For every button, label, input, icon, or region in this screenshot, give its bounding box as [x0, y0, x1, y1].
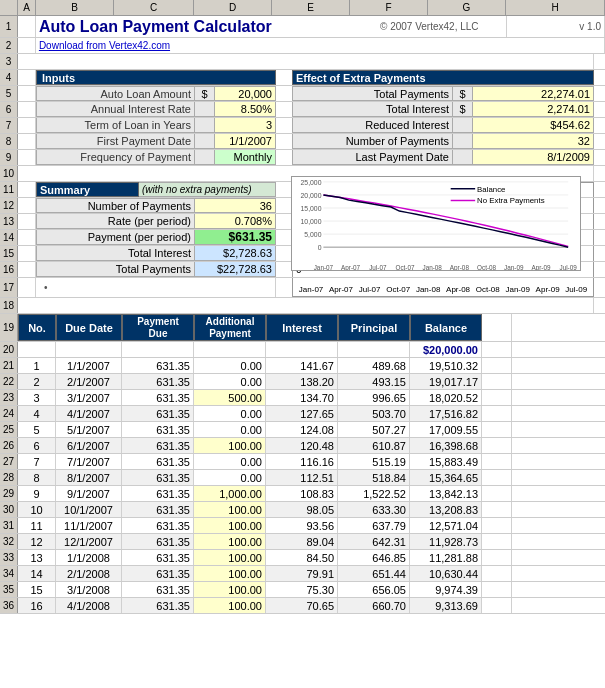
rownum-1: 1	[0, 16, 18, 37]
col-header-d: D	[194, 0, 272, 15]
total-interest-label: Total Interest	[292, 102, 452, 117]
cell-principal-21: 489.68	[338, 358, 410, 373]
total-payments-label: Total Payments	[292, 86, 452, 101]
cell-interest-22: 138.20	[266, 374, 338, 389]
cell-6a	[18, 102, 36, 117]
cell-balance-33: 11,281.88	[410, 550, 482, 565]
rownum-31: 31	[0, 518, 18, 533]
rownum-3: 3	[0, 54, 18, 69]
cell-no-35: 15	[18, 582, 56, 597]
table-row-22: 22 2 2/1/2007 631.35 0.00 138.20 493.15 …	[0, 374, 605, 390]
cell-no-26: 6	[18, 438, 56, 453]
cell-no-27: 7	[18, 454, 56, 469]
row-16: 16 Total Payments $22,728.63 0	[0, 262, 605, 278]
cell-h-31	[482, 518, 512, 533]
cell-balance-30: 13,208.83	[410, 502, 482, 517]
reduced-interest-label: Reduced Interest	[292, 118, 452, 133]
summary-numpay-label: Number of Payments	[36, 198, 194, 213]
cell-date-34: 2/1/2008	[56, 566, 122, 581]
cell-additional-25: 0.00	[194, 422, 266, 437]
cell-h-29	[482, 486, 512, 501]
effect-header: Effect of Extra Payments	[292, 70, 594, 85]
cell-no-28: 8	[18, 470, 56, 485]
num-payments-label: Number of Payments	[292, 134, 452, 149]
rownum-34: 34	[0, 566, 18, 581]
cell-no-25: 5	[18, 422, 56, 437]
cell-no-21: 1	[18, 358, 56, 373]
interest-rate-value[interactable]: 8.50%	[214, 102, 276, 117]
rownum-10: 10	[0, 166, 18, 181]
app-title: Auto Loan Payment Calculator	[36, 16, 353, 37]
chart-row-13: 15,000	[292, 214, 594, 229]
rownum-27: 27	[0, 454, 18, 469]
frequency-label: Frequency of Payment	[36, 150, 194, 165]
table-row-35: 35 15 3/1/2008 631.35 100.00 75.30 656.0…	[0, 582, 605, 598]
rownum-16: 16	[0, 262, 18, 277]
chart-row-16: 0	[292, 262, 594, 277]
first-payment-value[interactable]: 1/1/2007	[214, 134, 276, 149]
cell-balance-23: 18,020.52	[410, 390, 482, 405]
cell-no-33: 13	[18, 550, 56, 565]
loan-amount-value[interactable]: 20,000	[214, 86, 276, 101]
cell-date-35: 3/1/2008	[56, 582, 122, 597]
row-1: 1 Auto Loan Payment Calculator © 2007 Ve…	[0, 16, 605, 38]
col-header-c: C	[114, 0, 194, 15]
term-value[interactable]: 3	[214, 118, 276, 133]
cell-date-36: 4/1/2008	[56, 598, 122, 613]
cell-payment-28: 631.35	[122, 470, 194, 485]
rownum-5: 5	[0, 86, 18, 101]
cell-h-23	[482, 390, 512, 405]
th-payment: PaymentDue	[122, 314, 194, 341]
cell-date-27: 7/1/2007	[56, 454, 122, 469]
total-interest-value: 2,274.01	[472, 102, 594, 117]
table-row-36: 36 16 4/1/2008 631.35 100.00 70.65 660.7…	[0, 598, 605, 614]
cell-principal-24: 503.70	[338, 406, 410, 421]
row-9: 9 Frequency of Payment Monthly Last Paym…	[0, 150, 605, 166]
cell-additional-21: 0.00	[194, 358, 266, 373]
col-header-g: G	[428, 0, 506, 15]
cell-date-30: 10/1/2007	[56, 502, 122, 517]
rownum-35: 35	[0, 582, 18, 597]
rownum-8: 8	[0, 134, 18, 149]
chart-row-15: 5,000	[292, 246, 594, 261]
rownum-17: 17	[0, 278, 18, 297]
cell-principal-34: 651.44	[338, 566, 410, 581]
cell-interest-34: 79.91	[266, 566, 338, 581]
table-row-27: 27 7 7/1/2007 631.35 0.00 116.16 515.19 …	[0, 454, 605, 470]
table-row-23: 23 3 3/1/2007 631.35 500.00 134.70 996.6…	[0, 390, 605, 406]
gap-5	[276, 86, 292, 101]
download-link[interactable]: Download from Vertex42.com	[36, 38, 432, 53]
cell-h-28	[482, 470, 512, 485]
row-5: 5 Auto Loan Amount $ 20,000 Total Paymen…	[0, 86, 605, 102]
cell-date-26: 6/1/2007	[56, 438, 122, 453]
cell-payment-33: 631.35	[122, 550, 194, 565]
rownum-14: 14	[0, 230, 18, 245]
cell-date-24: 4/1/2007	[56, 406, 122, 421]
cell-9a	[18, 150, 36, 165]
cell-h-32	[482, 534, 512, 549]
frequency-value[interactable]: Monthly	[214, 150, 276, 165]
cell-interest-33: 84.50	[266, 550, 338, 565]
cell-h-25	[482, 422, 512, 437]
cell-principal-35: 656.05	[338, 582, 410, 597]
col-header-a: A	[18, 0, 36, 15]
cell-20-additional	[194, 342, 266, 357]
rownum-25: 25	[0, 422, 18, 437]
cell-no-30: 10	[18, 502, 56, 517]
cell-3	[18, 54, 594, 69]
summary-rate-label: Rate (per period)	[36, 214, 194, 229]
rownum-22: 22	[0, 374, 18, 389]
rownum-24: 24	[0, 406, 18, 421]
cell-balance-21: 19,510.32	[410, 358, 482, 373]
row-14: 14 Payment (per period) $631.35 10,000	[0, 230, 605, 246]
cell-balance-27: 15,883.49	[410, 454, 482, 469]
cell-principal-33: 646.85	[338, 550, 410, 565]
cell-interest-21: 141.67	[266, 358, 338, 373]
row-18: 18	[0, 298, 605, 314]
th-principal: Principal	[338, 314, 410, 341]
term-label: Term of Loan in Years	[36, 118, 194, 133]
rownum-21: 21	[0, 358, 18, 373]
cell-interest-25: 124.08	[266, 422, 338, 437]
cell-18	[18, 298, 594, 313]
table-row-30: 30 10 10/1/2007 631.35 100.00 98.05 633.…	[0, 502, 605, 518]
